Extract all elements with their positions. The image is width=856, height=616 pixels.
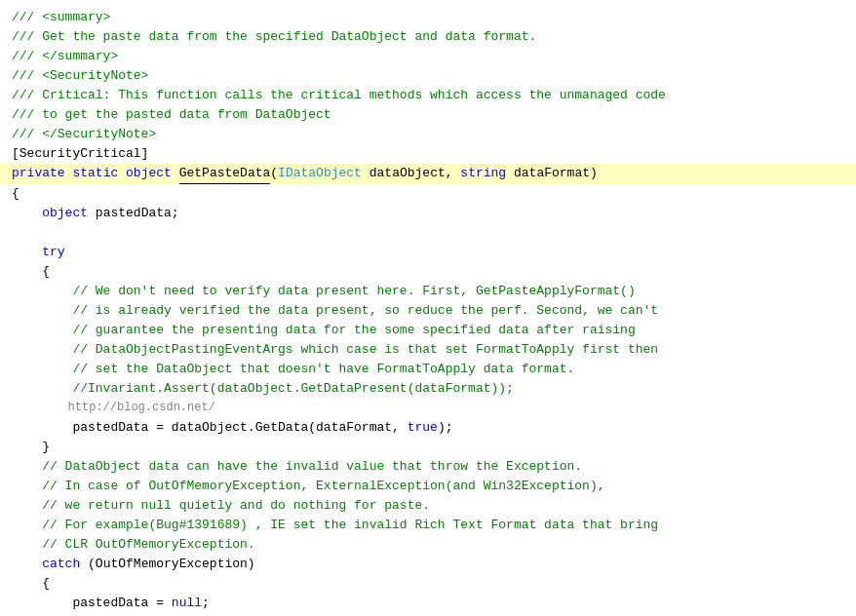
keyword-private: private — [12, 164, 65, 184]
code-line-16: // is already verified the data present,… — [0, 301, 856, 321]
code-line-23: } — [0, 438, 856, 457]
code-container: /// <summary> /// Get the paste data fro… — [0, 0, 856, 616]
code-text: pastedData = — [12, 594, 172, 613]
keyword-static: static — [72, 164, 118, 184]
code-text — [172, 164, 179, 184]
code-text: // DataObject data can have the invalid … — [12, 457, 582, 477]
code-text: /// to get the pasted data from DataObje… — [12, 105, 331, 125]
code-text: // DataObjectPastingEventArgs which case… — [12, 340, 658, 360]
code-line-32: } — [0, 613, 856, 617]
method-name-text: GetPasteData — [179, 164, 271, 184]
code-line-13: try — [0, 243, 856, 262]
code-line-15: // We don't need to verify data present … — [0, 282, 856, 301]
type-idataobject: IDataObject — [278, 164, 362, 184]
code-text — [12, 555, 42, 574]
code-line-18: // DataObjectPastingEventArgs which case… — [0, 340, 856, 360]
code-text: dataObject, — [362, 164, 460, 184]
code-text: // We don't need to verify data present … — [12, 282, 636, 301]
code-text: { — [12, 574, 50, 594]
code-line-17: // guarantee the presenting data for the… — [0, 321, 856, 340]
code-text — [12, 204, 42, 223]
code-line-24: // DataObject data can have the invalid … — [0, 457, 856, 477]
keyword-null: null — [172, 594, 202, 613]
code-line-28: // CLR OutOfMemoryException. — [0, 535, 856, 555]
code-text: ; — [202, 594, 210, 613]
code-line-14: { — [0, 262, 856, 282]
code-line-7: /// </SecurityNote> — [0, 125, 856, 144]
code-text: // In case of OutOfMemoryException, Exte… — [12, 477, 605, 496]
code-text: // we return null quietly and do nothing… — [12, 496, 430, 516]
code-line-1: /// <summary> — [0, 8, 856, 27]
code-text: /// </summary> — [12, 47, 118, 66]
code-text — [12, 243, 42, 262]
keyword-true: true — [408, 418, 438, 438]
keyword-object2: object — [42, 204, 88, 223]
code-line-9: private static object GetPasteData(IData… — [0, 164, 856, 184]
code-text: } — [12, 438, 50, 457]
code-line-19: // set the DataObject that doesn't have … — [0, 360, 856, 379]
code-line-11: object pastedData; — [0, 204, 856, 223]
code-text: ( — [270, 164, 278, 184]
code-line-4: /// <SecurityNote> — [0, 66, 856, 86]
code-text: // is already verified the data present,… — [12, 301, 658, 321]
code-text: /// Get the paste data from the specifie… — [12, 27, 536, 47]
code-text: /// <SecurityNote> — [12, 66, 148, 86]
code-text: // guarantee the presenting data for the… — [12, 321, 636, 340]
code-text: (OutOfMemoryException) — [80, 555, 254, 574]
code-text: { — [12, 184, 19, 204]
code-text: pastedData = dataObject.GetData(dataForm… — [12, 418, 408, 438]
code-text: /// <summary> — [12, 8, 110, 27]
code-text: dataFormat) — [506, 164, 598, 184]
code-line-6: /// to get the pasted data from DataObje… — [0, 105, 856, 125]
code-line-10: { — [0, 184, 856, 204]
code-line-30: { — [0, 574, 856, 594]
code-text — [65, 164, 73, 184]
code-line-20: //Invariant.Assert(dataObject.GetDataPre… — [0, 379, 856, 399]
watermark-text: http://blog.csdn.net/ — [12, 399, 215, 418]
code-text: /// </SecurityNote> — [12, 125, 156, 144]
code-text: ); — [438, 418, 453, 438]
code-line-12 — [0, 223, 856, 243]
code-text: //Invariant.Assert(dataObject.GetDataPre… — [12, 379, 514, 399]
code-text: [SecurityCritical] — [12, 144, 148, 164]
code-line-21: http://blog.csdn.net/ — [0, 399, 856, 418]
code-text: { — [12, 262, 50, 282]
keyword-string: string — [460, 164, 506, 184]
code-text: // CLR OutOfMemoryException. — [12, 535, 255, 555]
code-text: pastedData; — [88, 204, 179, 223]
code-line-2: /// Get the paste data from the specifie… — [0, 27, 856, 47]
code-line-5: /// Critical: This function calls the cr… — [0, 86, 856, 105]
code-text — [118, 164, 126, 184]
code-text — [12, 223, 19, 243]
keyword-try: try — [42, 243, 64, 262]
code-line-22: pastedData = dataObject.GetData(dataForm… — [0, 418, 856, 438]
code-text: // set the DataObject that doesn't have … — [12, 360, 574, 379]
code-text: /// Critical: This function calls the cr… — [12, 86, 666, 105]
code-line-31: pastedData = null; — [0, 594, 856, 613]
code-line-8: [SecurityCritical] — [0, 144, 856, 164]
keyword-object: object — [126, 164, 172, 184]
code-text: } — [12, 613, 50, 617]
code-text: // For example(Bug#1391689) , IE set the… — [12, 516, 658, 535]
keyword-catch: catch — [42, 555, 80, 574]
code-line-3: /// </summary> — [0, 47, 856, 66]
code-line-26: // we return null quietly and do nothing… — [0, 496, 856, 516]
code-line-29: catch (OutOfMemoryException) — [0, 555, 856, 574]
code-line-27: // For example(Bug#1391689) , IE set the… — [0, 516, 856, 535]
code-line-25: // In case of OutOfMemoryException, Exte… — [0, 477, 856, 496]
